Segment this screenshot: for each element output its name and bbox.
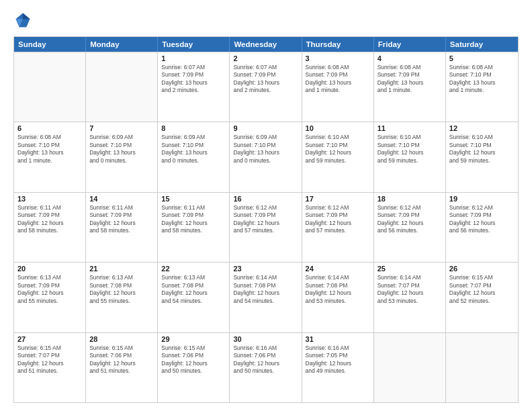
day-detail: Sunrise: 6:15 AM Sunset: 7:07 PM Dayligh… <box>449 274 515 305</box>
day-number: 19 <box>449 195 515 203</box>
day-number: 14 <box>89 195 154 203</box>
day-detail: Sunrise: 6:11 AM Sunset: 7:09 PM Dayligh… <box>161 204 226 235</box>
day-detail: Sunrise: 6:13 AM Sunset: 7:09 PM Dayligh… <box>17 274 82 305</box>
calendar-week-row: 20Sunrise: 6:13 AM Sunset: 7:09 PM Dayli… <box>14 262 518 332</box>
day-number: 1 <box>161 54 226 62</box>
day-number: 27 <box>17 335 82 343</box>
day-detail: Sunrise: 6:14 AM Sunset: 7:08 PM Dayligh… <box>306 274 370 305</box>
day-number: 28 <box>89 335 154 343</box>
day-number: 13 <box>17 195 82 203</box>
calendar-cell: 29Sunrise: 6:15 AM Sunset: 7:06 PM Dayli… <box>158 333 230 402</box>
calendar-cell: 28Sunrise: 6:15 AM Sunset: 7:06 PM Dayli… <box>86 333 158 402</box>
day-number: 24 <box>306 265 370 273</box>
day-number: 7 <box>89 124 154 132</box>
day-number: 8 <box>161 124 226 132</box>
day-detail: Sunrise: 6:12 AM Sunset: 7:09 PM Dayligh… <box>233 204 298 235</box>
day-detail: Sunrise: 6:16 AM Sunset: 7:06 PM Dayligh… <box>233 345 298 375</box>
weekday-header: Saturday <box>446 37 518 52</box>
day-detail: Sunrise: 6:10 AM Sunset: 7:10 PM Dayligh… <box>449 134 515 165</box>
calendar-week-row: 6Sunrise: 6:08 AM Sunset: 7:10 PM Daylig… <box>14 122 518 191</box>
weekday-header: Monday <box>86 37 158 52</box>
day-number: 26 <box>449 265 515 273</box>
calendar-cell <box>446 333 518 402</box>
weekday-header: Tuesday <box>158 37 230 52</box>
day-detail: Sunrise: 6:12 AM Sunset: 7:09 PM Dayligh… <box>449 204 515 235</box>
day-number: 18 <box>378 195 442 203</box>
day-detail: Sunrise: 6:15 AM Sunset: 7:07 PM Dayligh… <box>17 345 82 375</box>
day-detail: Sunrise: 6:08 AM Sunset: 7:09 PM Dayligh… <box>306 64 370 95</box>
calendar: SundayMondayTuesdayWednesdayThursdayFrid… <box>13 36 519 403</box>
day-number: 15 <box>161 195 226 203</box>
day-detail: Sunrise: 6:13 AM Sunset: 7:08 PM Dayligh… <box>161 274 226 305</box>
day-detail: Sunrise: 6:13 AM Sunset: 7:08 PM Dayligh… <box>89 274 154 305</box>
calendar-cell: 17Sunrise: 6:12 AM Sunset: 7:09 PM Dayli… <box>302 193 374 262</box>
day-detail: Sunrise: 6:11 AM Sunset: 7:09 PM Dayligh… <box>17 204 82 235</box>
day-number: 20 <box>17 265 82 273</box>
calendar-cell: 6Sunrise: 6:08 AM Sunset: 7:10 PM Daylig… <box>14 122 86 191</box>
day-number: 4 <box>378 54 442 62</box>
calendar-cell: 4Sunrise: 6:08 AM Sunset: 7:09 PM Daylig… <box>374 52 446 122</box>
day-number: 25 <box>378 265 442 273</box>
calendar-cell <box>374 333 446 402</box>
day-number: 29 <box>161 335 226 343</box>
calendar-body: 1Sunrise: 6:07 AM Sunset: 7:09 PM Daylig… <box>14 52 518 402</box>
day-number: 5 <box>449 54 515 62</box>
calendar-cell: 9Sunrise: 6:09 AM Sunset: 7:10 PM Daylig… <box>230 122 302 191</box>
calendar-cell: 1Sunrise: 6:07 AM Sunset: 7:09 PM Daylig… <box>158 52 230 122</box>
logo-icon <box>13 11 32 30</box>
calendar-cell: 14Sunrise: 6:11 AM Sunset: 7:09 PM Dayli… <box>86 193 158 262</box>
day-number: 30 <box>233 335 298 343</box>
calendar-cell: 8Sunrise: 6:09 AM Sunset: 7:10 PM Daylig… <box>158 122 230 191</box>
day-number: 16 <box>233 195 298 203</box>
calendar-cell: 30Sunrise: 6:16 AM Sunset: 7:06 PM Dayli… <box>230 333 302 402</box>
calendar-week-row: 27Sunrise: 6:15 AM Sunset: 7:07 PM Dayli… <box>14 332 518 402</box>
day-number: 22 <box>161 265 226 273</box>
weekday-header: Thursday <box>302 37 374 52</box>
day-detail: Sunrise: 6:08 AM Sunset: 7:09 PM Dayligh… <box>378 64 442 95</box>
calendar-cell: 2Sunrise: 6:07 AM Sunset: 7:09 PM Daylig… <box>230 52 302 122</box>
day-detail: Sunrise: 6:12 AM Sunset: 7:09 PM Dayligh… <box>378 204 442 235</box>
calendar-cell: 20Sunrise: 6:13 AM Sunset: 7:09 PM Dayli… <box>14 263 86 332</box>
day-number: 31 <box>306 335 370 343</box>
day-detail: Sunrise: 6:09 AM Sunset: 7:10 PM Dayligh… <box>89 134 154 165</box>
day-detail: Sunrise: 6:09 AM Sunset: 7:10 PM Dayligh… <box>233 134 298 165</box>
calendar-cell: 3Sunrise: 6:08 AM Sunset: 7:09 PM Daylig… <box>302 52 374 122</box>
day-number: 11 <box>378 124 442 132</box>
day-number: 9 <box>233 124 298 132</box>
calendar-cell: 10Sunrise: 6:10 AM Sunset: 7:10 PM Dayli… <box>302 122 374 191</box>
calendar-cell: 11Sunrise: 6:10 AM Sunset: 7:10 PM Dayli… <box>374 122 446 191</box>
day-number: 3 <box>306 54 370 62</box>
calendar-cell: 12Sunrise: 6:10 AM Sunset: 7:10 PM Dayli… <box>446 122 518 191</box>
day-detail: Sunrise: 6:07 AM Sunset: 7:09 PM Dayligh… <box>161 64 226 95</box>
day-number: 6 <box>17 124 82 132</box>
day-number: 12 <box>449 124 515 132</box>
calendar-header: SundayMondayTuesdayWednesdayThursdayFrid… <box>14 37 518 52</box>
day-detail: Sunrise: 6:16 AM Sunset: 7:05 PM Dayligh… <box>306 345 370 375</box>
calendar-week-row: 13Sunrise: 6:11 AM Sunset: 7:09 PM Dayli… <box>14 192 518 262</box>
day-detail: Sunrise: 6:10 AM Sunset: 7:10 PM Dayligh… <box>306 134 370 165</box>
day-detail: Sunrise: 6:09 AM Sunset: 7:10 PM Dayligh… <box>161 134 226 165</box>
day-detail: Sunrise: 6:14 AM Sunset: 7:08 PM Dayligh… <box>233 274 298 305</box>
day-detail: Sunrise: 6:15 AM Sunset: 7:06 PM Dayligh… <box>161 345 226 375</box>
calendar-cell: 24Sunrise: 6:14 AM Sunset: 7:08 PM Dayli… <box>302 263 374 332</box>
calendar-cell <box>14 52 86 122</box>
page: SundayMondayTuesdayWednesdayThursdayFrid… <box>0 0 532 411</box>
day-detail: Sunrise: 6:08 AM Sunset: 7:10 PM Dayligh… <box>17 134 82 165</box>
day-detail: Sunrise: 6:07 AM Sunset: 7:09 PM Dayligh… <box>233 64 298 95</box>
calendar-cell: 5Sunrise: 6:08 AM Sunset: 7:10 PM Daylig… <box>446 52 518 122</box>
calendar-cell <box>86 52 158 122</box>
calendar-cell: 26Sunrise: 6:15 AM Sunset: 7:07 PM Dayli… <box>446 263 518 332</box>
calendar-cell: 7Sunrise: 6:09 AM Sunset: 7:10 PM Daylig… <box>86 122 158 191</box>
day-number: 2 <box>233 54 298 62</box>
svg-marker-1 <box>23 13 30 19</box>
weekday-header: Sunday <box>14 37 86 52</box>
day-detail: Sunrise: 6:12 AM Sunset: 7:09 PM Dayligh… <box>306 204 370 235</box>
day-number: 21 <box>89 265 154 273</box>
calendar-cell: 13Sunrise: 6:11 AM Sunset: 7:09 PM Dayli… <box>14 193 86 262</box>
day-number: 23 <box>233 265 298 273</box>
calendar-cell: 31Sunrise: 6:16 AM Sunset: 7:05 PM Dayli… <box>302 333 374 402</box>
day-detail: Sunrise: 6:11 AM Sunset: 7:09 PM Dayligh… <box>89 204 154 235</box>
calendar-cell: 18Sunrise: 6:12 AM Sunset: 7:09 PM Dayli… <box>374 193 446 262</box>
calendar-cell: 23Sunrise: 6:14 AM Sunset: 7:08 PM Dayli… <box>230 263 302 332</box>
day-detail: Sunrise: 6:08 AM Sunset: 7:10 PM Dayligh… <box>449 64 515 95</box>
